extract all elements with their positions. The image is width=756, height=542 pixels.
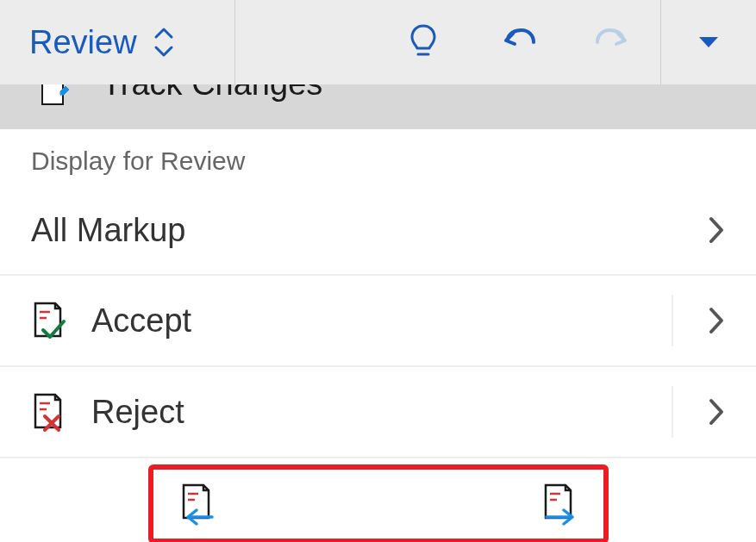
tab-review[interactable]: Review [0,0,175,84]
tab-review-label: Review [29,24,137,61]
reject-label: Reject [91,394,184,431]
reject-row[interactable]: Reject [0,367,756,458]
nav-row [0,458,756,542]
all-markup-row[interactable]: All Markup [0,184,756,276]
toolbar-actions [376,0,756,84]
chevron-right-icon[interactable] [708,306,725,335]
track-changes-row[interactable]: Track Changes [0,84,756,129]
lightbulb-icon [409,23,438,61]
chevron-right-icon[interactable] [708,397,725,427]
tab-dropdown-icon [153,25,175,59]
accept-label: Accept [91,302,191,340]
svg-marker-1 [699,37,718,47]
track-changes-label: Track Changes [102,84,322,103]
overflow-button[interactable] [661,0,756,84]
lightbulb-button[interactable] [376,0,471,84]
display-for-review-label: Display for Review [0,129,756,184]
svg-rect-2 [42,84,63,104]
accept-icon [31,301,67,340]
undo-button[interactable] [471,0,565,84]
undo-icon [499,25,537,59]
next-change-button[interactable] [540,483,579,526]
nav-highlight-box [148,464,609,542]
divider [234,0,235,84]
caret-down-icon [697,35,720,49]
divider [672,295,673,346]
all-markup-label: All Markup [31,212,186,249]
divider [672,386,673,438]
reject-icon [31,392,67,432]
chevron-right-icon [708,215,725,245]
previous-change-button[interactable] [178,483,217,526]
redo-icon [594,25,632,59]
track-changes-icon [40,84,71,107]
toolbar: Review [0,0,756,84]
redo-button[interactable] [565,0,660,84]
accept-row[interactable]: Accept [0,276,756,367]
